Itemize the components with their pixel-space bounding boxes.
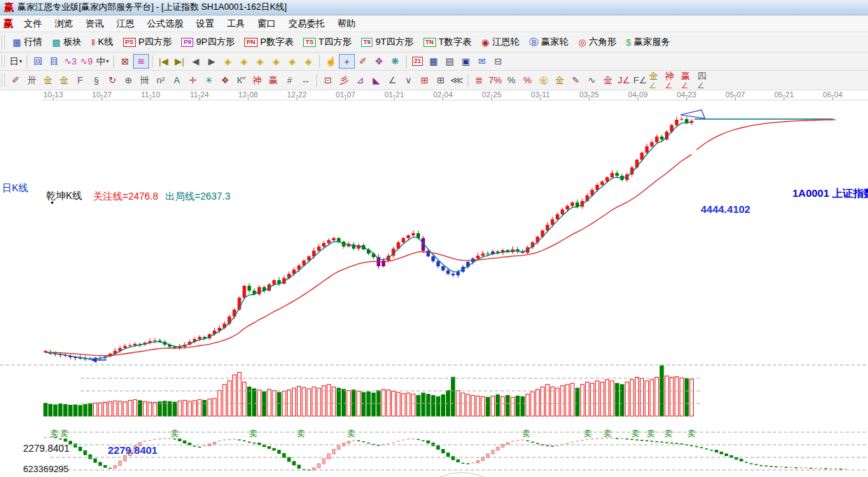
page-left-button[interactable]: ◈: [220, 54, 236, 69]
menu-item-gann[interactable]: 江恩: [110, 15, 141, 32]
menu-item-file[interactable]: 文件: [18, 15, 48, 32]
shen-ruler-button[interactable]: 神: [249, 73, 265, 88]
calculator-button[interactable]: ▦: [426, 54, 442, 69]
gann-frame-button[interactable]: ⊠: [117, 54, 133, 69]
toolbar-item-market-quotes[interactable]: ▦行情: [8, 34, 47, 50]
f-angle-button[interactable]: F∠: [632, 73, 648, 88]
zigzag-button[interactable]: ∨: [400, 73, 416, 88]
gold-angle-button[interactable]: 金∠: [648, 73, 664, 88]
menu-item-window[interactable]: 窗口: [251, 15, 282, 32]
nav-prev-button[interactable]: ◀: [188, 54, 204, 69]
star-target-button[interactable]: ✳: [201, 73, 217, 88]
angle-compass-button[interactable]: ↻: [104, 73, 120, 88]
ying-ruler-button[interactable]: 赢: [265, 73, 281, 88]
brush-tool-icon: ✎: [572, 76, 580, 85]
toolbar-item-kline[interactable]: ‖K线: [87, 34, 118, 50]
wave-tool-button[interactable]: ∿: [584, 73, 600, 88]
hand-tool-button[interactable]: ☝: [323, 54, 339, 69]
si-angle-button[interactable]: 四∠: [696, 73, 713, 88]
gold-ruler-1-button[interactable]: 金: [40, 73, 56, 88]
toolbar-item-9p-square[interactable]: P99P四方形: [176, 34, 239, 50]
menu-item-trade[interactable]: 交易委托: [282, 15, 331, 32]
gann-fan-box-button[interactable]: ⊿: [352, 73, 368, 88]
percent-lines-button[interactable]: %: [519, 73, 536, 88]
toolbar-item-gann-wheel[interactable]: ◉江恩轮: [477, 34, 524, 50]
k-marker-button[interactable]: К″: [233, 73, 249, 88]
printer-button[interactable]: ⊟: [490, 54, 506, 69]
calendar-button[interactable]: 21: [410, 54, 426, 69]
candle-type-button[interactable]: 中▾: [94, 54, 111, 69]
gold-grid-button[interactable]: 金: [600, 73, 616, 88]
gann-box-button[interactable]: ⊡: [320, 73, 336, 88]
price-grid-2-button[interactable]: ⊞: [433, 73, 449, 88]
save-button[interactable]: ▣: [458, 54, 474, 69]
grid-ruler-button[interactable]: #: [281, 73, 298, 88]
toolbar-item-winner-service[interactable]: $赢家服务: [621, 34, 675, 50]
fan-lines-button[interactable]: 彡: [336, 73, 352, 88]
ying-angle-button[interactable]: 赢∠: [680, 73, 696, 88]
percent-retrace-button[interactable]: 7%: [487, 73, 503, 88]
menu-item-formula-pick[interactable]: 公式选股: [141, 15, 190, 32]
wave-3-button[interactable]: ∿3: [62, 54, 78, 69]
compass-draw-button[interactable]: ✐: [8, 73, 24, 88]
crosshair-tool-button[interactable]: ＋: [339, 54, 355, 69]
shen-angle-icon: 神∠: [665, 71, 680, 90]
zoom-diamond-2-button[interactable]: ◈: [268, 54, 284, 69]
period-selector-button[interactable]: 日▾: [8, 54, 24, 69]
menu-item-help[interactable]: 帮助: [331, 15, 362, 32]
info-list-button[interactable]: 目: [46, 54, 62, 69]
page-right-button[interactable]: ◈: [236, 54, 252, 69]
cycle-tool-button[interactable]: ❋: [387, 54, 403, 69]
menu-item-tools[interactable]: 工具: [220, 15, 251, 32]
date-tick-label: 12-22: [287, 90, 307, 99]
angle-measure-tool-button[interactable]: ✐: [355, 54, 371, 69]
send-mail-button[interactable]: ✉: [474, 54, 490, 69]
price-scale-button[interactable]: ≣: [471, 73, 487, 88]
channel-lines-button[interactable]: ⋘: [449, 73, 465, 88]
a-ruler-button[interactable]: A: [169, 73, 185, 88]
angle-lines-button[interactable]: ∠: [384, 73, 400, 88]
expand-diamond-button[interactable]: ◈: [284, 54, 300, 69]
gann-ruler-button[interactable]: 卅: [24, 73, 40, 88]
f-ruler-button[interactable]: F: [72, 73, 88, 88]
grid-target-button[interactable]: ❖: [217, 73, 233, 88]
toolbar-item-t-number-table[interactable]: TNT数字表: [419, 34, 477, 50]
shen-angle-button[interactable]: 神∠: [664, 73, 680, 88]
percent-tool-button[interactable]: %: [503, 73, 519, 88]
full-diamond-button[interactable]: ◈: [300, 54, 316, 69]
gann-fan-tool-button[interactable]: ✥: [371, 54, 387, 69]
toolbar-item-sectors[interactable]: ▩板块: [47, 34, 86, 50]
gold-section-lines-button[interactable]: 金: [552, 73, 568, 88]
gann-fan-box-2-button[interactable]: ◣: [368, 73, 384, 88]
toolbar-item-9t-square[interactable]: T99T四方形: [356, 34, 419, 50]
n-square-ruler-button[interactable]: n²: [153, 73, 169, 88]
price-grid-button[interactable]: ⊞: [416, 73, 433, 88]
chevron-down-icon[interactable]: ▼: [50, 200, 55, 205]
toolbar-item-hexagon[interactable]: ◎六角形: [573, 34, 621, 50]
gold-ruler-2-button[interactable]: 金: [56, 73, 72, 88]
gold-section-circle-button[interactable]: ㊎: [536, 73, 552, 88]
spiral-tool-button[interactable]: §: [88, 73, 104, 88]
window-layout-button[interactable]: 回: [30, 54, 46, 69]
crosshair-target-button[interactable]: ✛: [185, 73, 201, 88]
toolbar-item-p-square[interactable]: PSP四方形: [118, 34, 177, 50]
nav-last-button[interactable]: ▶|: [172, 54, 188, 69]
menu-item-news[interactable]: 资讯: [79, 15, 110, 32]
toolbar-item-p-number-table[interactable]: PNP数字表: [239, 34, 298, 50]
toolbar-item-t-square[interactable]: TST四方形: [298, 34, 356, 50]
page-right-icon: ◈: [241, 57, 248, 66]
cycle-gauge-button[interactable]: ⊕: [120, 73, 136, 88]
j-angle-button[interactable]: J∠: [616, 73, 632, 88]
menu-item-settings[interactable]: 设置: [190, 15, 220, 32]
zoom-diamond-1-button[interactable]: ◈: [252, 54, 268, 69]
menu-item-browse[interactable]: 浏览: [48, 15, 79, 32]
nav-next-button[interactable]: ▶: [204, 54, 220, 69]
width-measure-button[interactable]: ↔: [298, 73, 314, 88]
notepad-button[interactable]: ▤: [442, 54, 458, 69]
toolbar-item-winner-wheel[interactable]: Ⓑ赢家轮: [524, 34, 573, 50]
brush-tool-button[interactable]: ✎: [568, 73, 584, 88]
nav-first-button[interactable]: |◀: [155, 54, 172, 69]
colored-kline-button[interactable]: ≋: [133, 54, 149, 69]
time-ruler-button[interactable]: 卌: [136, 73, 153, 88]
wave-9-button[interactable]: ∿9: [78, 54, 94, 69]
